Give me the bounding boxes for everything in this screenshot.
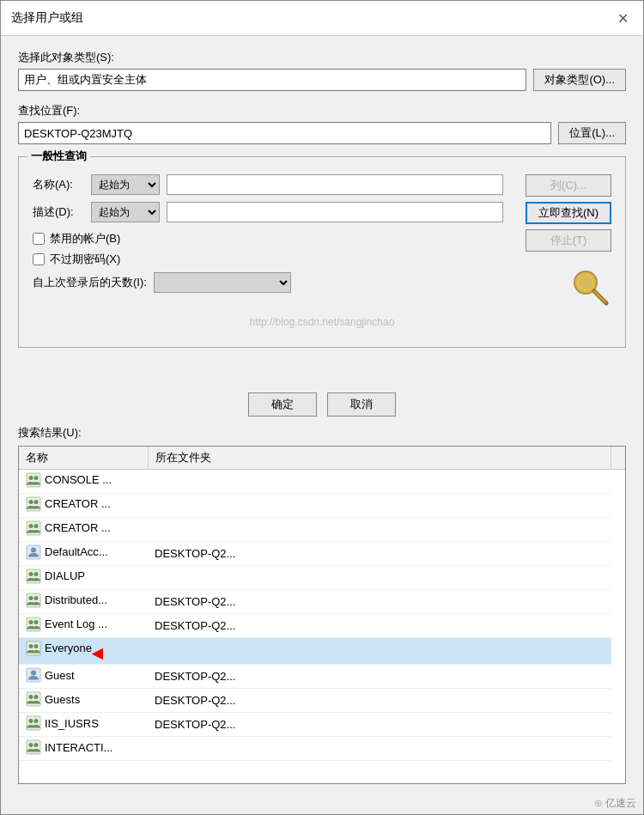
svg-point-9 bbox=[34, 500, 39, 504]
section-inner: 名称(A): 起始为 描述(D): 起始为 bbox=[33, 174, 611, 311]
object-type-row: 对象类型(O)... bbox=[18, 69, 626, 91]
svg-point-25 bbox=[29, 644, 33, 648]
svg-point-30 bbox=[29, 695, 33, 699]
name-select[interactable]: 起始为 bbox=[91, 174, 160, 195]
search-button[interactable]: 立即查找(N) bbox=[526, 202, 611, 224]
group-icon bbox=[26, 641, 41, 656]
row-name: Guest bbox=[45, 669, 75, 682]
checkbox-nexpiry-input[interactable] bbox=[33, 253, 45, 265]
svg-rect-7 bbox=[27, 497, 40, 511]
folder-cell: DESKTOP-Q2... bbox=[148, 689, 611, 713]
name-input[interactable] bbox=[167, 174, 503, 195]
ok-button[interactable]: 确定 bbox=[248, 392, 317, 417]
object-type-button[interactable]: 对象类型(O)... bbox=[533, 69, 626, 91]
svg-point-28 bbox=[31, 671, 36, 676]
svg-rect-4 bbox=[27, 473, 40, 487]
cancel-button[interactable]: 取消 bbox=[327, 392, 396, 417]
row-name: Distributed... bbox=[45, 593, 107, 606]
checkbox-nexpiry: 不过期密码(X) bbox=[33, 252, 503, 267]
table-row[interactable]: CREATOR ... bbox=[19, 517, 625, 541]
group-icon bbox=[26, 715, 41, 731]
row-name: CONSOLE ... bbox=[45, 473, 112, 486]
stop-button[interactable]: 停止(T) bbox=[526, 229, 611, 252]
user-icon-cell: CREATOR ... bbox=[19, 493, 148, 517]
table-row[interactable]: CREATOR ... bbox=[19, 493, 625, 517]
svg-point-37 bbox=[34, 743, 39, 747]
checkbox-disabled: 禁用的帐户(B) bbox=[33, 231, 503, 246]
folder-cell bbox=[148, 565, 611, 589]
location-label: 查找位置(F): bbox=[18, 103, 626, 119]
user-icon: Guests bbox=[26, 691, 80, 707]
user-icon-cell: CONSOLE ... bbox=[19, 469, 148, 493]
user-person-icon bbox=[26, 667, 41, 683]
location-button[interactable]: 位置(L)... bbox=[558, 122, 626, 144]
svg-rect-24 bbox=[27, 642, 40, 655]
results-label: 搜索结果(U): bbox=[18, 425, 626, 441]
user-icon-cell: IIS_IUSRS bbox=[19, 713, 148, 737]
location-group: 查找位置(F): 位置(L)... bbox=[18, 103, 626, 144]
svg-point-17 bbox=[34, 572, 39, 576]
folder-cell bbox=[148, 637, 611, 664]
svg-rect-18 bbox=[27, 593, 40, 607]
object-type-input[interactable] bbox=[18, 69, 526, 91]
section-title: 一般性查询 bbox=[27, 149, 90, 164]
table-row[interactable]: INTERACTI... bbox=[19, 737, 625, 761]
section-right: 列(C)... 立即查找(N) 停止(T) bbox=[517, 174, 611, 311]
desc-input[interactable] bbox=[167, 202, 503, 222]
general-query-section: 一般性查询 名称(A): 起始为 描述(D): 起 bbox=[18, 156, 626, 348]
svg-point-20 bbox=[34, 596, 39, 600]
select-user-dialog: 选择用户或组 ✕ 选择此对象类型(S): 对象类型(O)... 查找位置(F):… bbox=[0, 0, 644, 815]
location-row: 位置(L)... bbox=[18, 122, 626, 144]
title-bar: 选择用户或组 ✕ bbox=[1, 1, 643, 36]
location-input[interactable] bbox=[18, 122, 551, 144]
row-name: Event Log ... bbox=[45, 617, 107, 630]
svg-point-31 bbox=[34, 695, 39, 699]
user-icon: Distributed... bbox=[26, 593, 107, 608]
row-name: CREATOR ... bbox=[45, 497, 111, 510]
folder-cell: DESKTOP-Q2... bbox=[148, 713, 611, 737]
svg-rect-21 bbox=[27, 617, 40, 631]
user-icon-cell: Distributed... bbox=[19, 589, 148, 613]
days-label: 自上次登录后的天数(I): bbox=[33, 275, 147, 290]
bottom-logo: ⊙ 亿速云 bbox=[1, 793, 643, 814]
close-button[interactable]: ✕ bbox=[612, 8, 633, 28]
svg-point-16 bbox=[29, 572, 33, 576]
checkbox-disabled-input[interactable] bbox=[33, 233, 45, 245]
desc-label: 描述(D): bbox=[33, 204, 84, 220]
svg-rect-10 bbox=[27, 521, 40, 535]
group-icon bbox=[26, 691, 41, 707]
user-icon: CREATOR ... bbox=[26, 496, 111, 512]
user-icon: Guest bbox=[26, 667, 75, 683]
table-row[interactable]: GuestsDESKTOP-Q2... bbox=[19, 689, 625, 713]
user-icon: DefaultAcc... bbox=[26, 544, 108, 560]
days-select[interactable] bbox=[154, 272, 291, 293]
svg-line-3 bbox=[594, 291, 605, 302]
svg-point-23 bbox=[34, 620, 39, 624]
user-person-icon bbox=[26, 544, 41, 560]
folder-cell bbox=[148, 517, 611, 541]
user-icon: INTERACTI... bbox=[26, 739, 112, 755]
table-row[interactable]: Event Log ...DESKTOP-Q2... bbox=[19, 613, 625, 637]
user-icon-cell: Everyone ◀ bbox=[19, 637, 148, 664]
svg-point-36 bbox=[29, 743, 33, 747]
desc-select[interactable]: 起始为 bbox=[91, 202, 160, 222]
table-row[interactable]: Distributed...DESKTOP-Q2... bbox=[19, 589, 625, 613]
col-button[interactable]: 列(C)... bbox=[526, 174, 611, 197]
table-row[interactable]: CONSOLE ... bbox=[19, 469, 625, 493]
user-icon-cell: Event Log ... bbox=[19, 613, 148, 637]
user-icon-cell: Guest bbox=[19, 665, 148, 689]
svg-rect-15 bbox=[27, 569, 40, 583]
svg-point-22 bbox=[29, 620, 33, 624]
user-icon: CREATOR ... bbox=[26, 520, 111, 536]
svg-point-33 bbox=[29, 719, 33, 723]
table-row[interactable]: Everyone ◀ bbox=[19, 637, 625, 664]
table-row[interactable]: GuestDESKTOP-Q2... bbox=[19, 665, 625, 689]
group-icon bbox=[26, 520, 41, 536]
svg-rect-29 bbox=[27, 692, 40, 706]
svg-rect-32 bbox=[27, 716, 40, 730]
row-name: DIALUP bbox=[45, 569, 85, 582]
table-row[interactable]: DIALUP bbox=[19, 565, 625, 589]
group-icon bbox=[26, 472, 41, 488]
table-row[interactable]: DefaultAcc...DESKTOP-Q2... bbox=[19, 541, 625, 565]
table-row[interactable]: IIS_IUSRSDESKTOP-Q2... bbox=[19, 713, 625, 737]
